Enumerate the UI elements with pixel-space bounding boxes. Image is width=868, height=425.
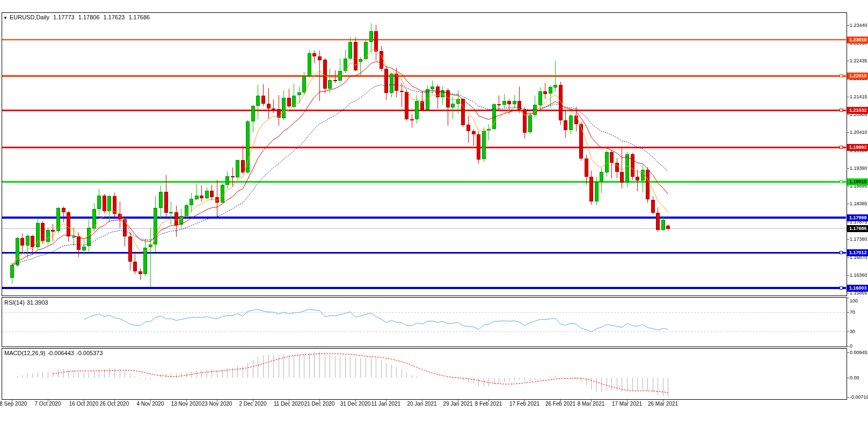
chart-symbol-label: EURUSD,Daily [10, 14, 49, 20]
rsi-tick-label: 100 [850, 298, 858, 304]
macd-value: -0.006443 [47, 350, 74, 356]
price-level-badge: 1.17998 [847, 214, 868, 221]
price-level-badge: 1.17012 [847, 249, 868, 256]
ohlc-high: 1.17806 [78, 14, 100, 20]
rsi-value: 31.3903 [27, 299, 48, 306]
price-tick-label: 1.21415 [850, 94, 867, 99]
price-level-badge: 1.19015 [847, 178, 868, 185]
ohlc-open: 1.17773 [53, 14, 75, 20]
price-chart-canvas[interactable] [0, 0, 868, 425]
price-level-badge: 1.22010 [847, 73, 868, 80]
date-tick-label: 20 Jan 2021 [402, 401, 442, 407]
price-level-badge: 1.21032 [847, 107, 868, 114]
ohlc-low: 1.17623 [104, 14, 125, 20]
chart-title: ▼EURUSD,Daily 1.17773 1.17806 1.17623 1.… [3, 14, 152, 20]
date-tick-label: 17 Mar 2021 [607, 401, 647, 407]
date-tick-label: 7 Oct 2020 [28, 401, 68, 407]
date-tick-label: 11 Jan 2021 [366, 401, 406, 407]
price-level-badge: 1.23019 [847, 37, 868, 44]
price-tick-label: 1.19390 [850, 165, 867, 171]
rsi-name: RSI(14) [4, 299, 25, 306]
price-level-badge: 1.16003 [847, 285, 868, 292]
ohlc-close: 1.17686 [128, 14, 150, 20]
rsi-tick-label: 70 [850, 309, 855, 315]
date-tick-label: 8 Mar 2021 [571, 401, 611, 407]
date-tick-label: 26 Oct 2020 [94, 401, 134, 407]
rsi-tick-label: 0 [850, 343, 852, 349]
price-level-badge: 1.19992 [847, 144, 868, 151]
price-tick-label: 1.16360 [850, 272, 867, 278]
macd-tick-label: 0.009451 [850, 350, 868, 355]
current-price-badge: 1.17686 [847, 225, 868, 232]
macd-signal-value: -0.005373 [76, 350, 103, 356]
price-tick-label: 1.23440 [850, 23, 867, 28]
rsi-label: RSI(14)31.3903 [4, 299, 50, 306]
date-tick-label: 28 Sep 2020 [0, 401, 32, 407]
macd-tick-label: 0.00 [850, 375, 859, 380]
date-tick-label: 23 Nov 2020 [197, 401, 237, 407]
price-tick-label: 1.18385 [850, 201, 867, 206]
macd-label: MACD(12,26,9)-0.006443-0.005373 [4, 350, 105, 356]
macd-name: MACD(12,26,9) [4, 350, 45, 356]
date-tick-label: 26 Mar 2021 [643, 401, 683, 407]
date-tick-label: 8 Feb 2021 [469, 401, 508, 407]
date-tick-label: 17 Feb 2021 [505, 401, 544, 407]
rsi-tick-label: 30 [850, 329, 855, 334]
date-tick-label: 21 Dec 2020 [300, 401, 339, 407]
price-tick-label: 1.20410 [850, 129, 867, 135]
symbol-dropdown-icon[interactable]: ▼ [3, 16, 8, 20]
date-tick-label: 4 Nov 2020 [130, 401, 170, 407]
price-tick-label: 1.17380 [850, 236, 867, 242]
macd-tick-label: -0.00719 [850, 394, 868, 400]
price-tick-label: 1.22435 [850, 58, 867, 63]
date-tick-label: 2 Dec 2020 [233, 401, 273, 407]
